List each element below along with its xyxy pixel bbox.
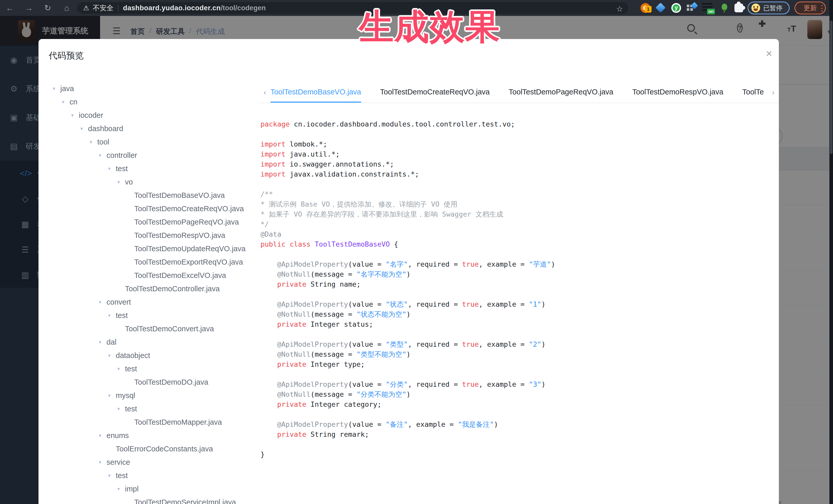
tree-folder[interactable]: ▾dal bbox=[49, 335, 254, 349]
tree-node-label: dal bbox=[106, 338, 117, 346]
tree-folder[interactable]: ▾tool bbox=[49, 135, 254, 149]
caret-down-icon[interactable]: ▾ bbox=[117, 486, 125, 492]
caret-down-icon[interactable]: ▾ bbox=[62, 99, 70, 105]
tree-node-label: ToolTestDemoBaseVO.java bbox=[134, 191, 225, 200]
tree-file[interactable]: ToolTestDemoExportReqVO.java bbox=[49, 255, 254, 269]
extension-plant-icon[interactable] bbox=[720, 3, 729, 13]
tree-folder[interactable]: ▾test bbox=[49, 362, 254, 376]
tree-node-label: ToolTestDemoPageReqVO.java bbox=[134, 218, 239, 226]
back-icon[interactable]: ← bbox=[5, 3, 15, 13]
address-bar[interactable]: ⚠ 不安全 dashboard.yudao.iocoder.cn /tool/c… bbox=[77, 2, 628, 14]
caret-down-icon[interactable]: ▾ bbox=[108, 352, 116, 359]
caret-down-icon[interactable]: ▾ bbox=[71, 112, 79, 118]
code-line: public class ToolTestDemoBaseVO { bbox=[260, 239, 771, 249]
extension-y-icon[interactable]: y bbox=[671, 3, 681, 13]
code-line: /** bbox=[260, 189, 771, 199]
code-view[interactable]: package cn.iocoder.dashboard.modules.too… bbox=[260, 119, 771, 459]
code-line bbox=[260, 249, 771, 259]
tree-folder[interactable]: ▾impl bbox=[49, 482, 254, 496]
browser-nav-buttons: ← → ↻ ⌂ bbox=[5, 0, 72, 16]
caret-down-icon[interactable]: ▾ bbox=[117, 366, 125, 372]
tree-file[interactable]: ToolTestDemoDO.java bbox=[49, 376, 254, 389]
caret-down-icon[interactable]: ▾ bbox=[99, 152, 106, 158]
tree-file[interactable]: ToolTestDemoRespVO.java bbox=[49, 229, 254, 242]
tree-node-label: dataobject bbox=[116, 351, 150, 360]
tree-node-label: enums bbox=[106, 431, 129, 440]
caret-down-icon[interactable]: ▾ bbox=[117, 406, 125, 412]
tree-file[interactable]: ToolTestDemoUpdateReqVO.java bbox=[49, 242, 254, 255]
tree-node-label: vo bbox=[125, 178, 133, 186]
tree-file[interactable]: ToolTestDemoConvert.java bbox=[49, 322, 254, 335]
tree-file[interactable]: ToolErrorCodeConstants.java bbox=[49, 442, 254, 456]
close-icon[interactable]: × bbox=[766, 48, 772, 59]
tree-folder[interactable]: ▾dashboard bbox=[49, 122, 254, 135]
tree-folder[interactable]: ▾test bbox=[49, 162, 254, 175]
caret-down-icon[interactable]: ▾ bbox=[108, 392, 116, 399]
caret-down-icon[interactable]: ▾ bbox=[108, 166, 116, 172]
tree-node-label: ToolTestDemoController.java bbox=[125, 285, 220, 293]
tree-file[interactable]: ToolTestDemoMapper.java bbox=[49, 415, 254, 429]
bookmark-star-icon[interactable]: ☆ bbox=[616, 4, 623, 13]
caret-down-icon[interactable]: ▾ bbox=[90, 139, 97, 145]
tree-folder[interactable]: ▾dataobject bbox=[49, 349, 254, 362]
caret-down-icon[interactable]: ▾ bbox=[99, 432, 106, 438]
tree-folder[interactable]: ▾test bbox=[49, 469, 254, 482]
tabs-scroll-right-icon[interactable]: › bbox=[767, 88, 779, 96]
tree-file[interactable]: ToolTestDemoExcelVO.java bbox=[49, 269, 254, 282]
tree-file[interactable]: ToolTestDemoController.java bbox=[49, 282, 254, 295]
tree-file[interactable]: ToolTestDemoPageReqVO.java bbox=[49, 215, 254, 229]
code-line: @NotNull(message = "类型不能为空") bbox=[260, 349, 771, 359]
tabs-scroll-left-icon[interactable]: ‹ bbox=[259, 88, 270, 96]
caret-down-icon[interactable]: ▾ bbox=[108, 312, 116, 318]
tree-folder[interactable]: ▾enums bbox=[49, 429, 254, 442]
extensions-puzzle-icon[interactable] bbox=[735, 4, 743, 12]
tree-folder[interactable]: ▾convert bbox=[49, 295, 254, 309]
browser-scrollbar[interactable] bbox=[829, 0, 833, 504]
tree-node-label: ToolTestDemoCreateReqVO.java bbox=[134, 205, 244, 213]
code-line bbox=[260, 129, 771, 139]
code-line bbox=[260, 409, 771, 419]
caret-down-icon[interactable]: ▾ bbox=[80, 125, 88, 131]
file-tab[interactable]: ToolTestDemoPageReqVO.java bbox=[509, 82, 613, 103]
browser-menu-icon[interactable]: ⋮ bbox=[818, 4, 826, 13]
tree-folder[interactable]: ▾vo bbox=[49, 175, 254, 189]
file-tab[interactable]: ToolTestDemoCreateReqVO.java bbox=[380, 82, 490, 103]
caret-down-icon[interactable]: ▾ bbox=[108, 473, 116, 479]
tree-node-label: test bbox=[116, 165, 128, 173]
tree-folder[interactable]: ▾mysql bbox=[49, 389, 254, 402]
caret-down-icon[interactable]: ▾ bbox=[99, 339, 106, 345]
extension-list-icon[interactable]: on bbox=[702, 3, 712, 11]
code-line: private Integer status; bbox=[260, 319, 771, 329]
tree-folder[interactable]: ▾test bbox=[49, 402, 254, 415]
home-icon[interactable]: ⌂ bbox=[62, 3, 72, 13]
code-line: @NotNull(message = "状态不能为空") bbox=[260, 309, 771, 319]
file-tab[interactable]: ToolTestDemoBaseVO.java bbox=[270, 82, 361, 103]
caret-down-icon[interactable]: ▾ bbox=[99, 299, 106, 305]
reload-icon[interactable]: ↻ bbox=[43, 3, 53, 13]
extension-grid-icon[interactable] bbox=[687, 5, 693, 11]
tree-folder[interactable]: ▾test bbox=[49, 309, 254, 322]
tree-folder[interactable]: ▾iocoder bbox=[49, 109, 254, 122]
file-tab[interactable]: ToolTestDemoRespVO.java bbox=[632, 82, 723, 103]
caret-down-icon[interactable]: ▾ bbox=[99, 459, 106, 465]
tree-node-label: mysql bbox=[116, 391, 135, 400]
tree-file[interactable]: ToolTestDemoCreateReqVO.java bbox=[49, 202, 254, 215]
browser-profile-button[interactable]: 已暂停 bbox=[747, 2, 790, 15]
tree-file[interactable]: ToolTestDemoServiceImpl.java bbox=[49, 496, 254, 504]
code-line: @ApiModelProperty(value = "备注", example … bbox=[260, 419, 771, 429]
caret-down-icon[interactable]: ▾ bbox=[117, 179, 125, 185]
forward-icon[interactable]: → bbox=[24, 3, 34, 13]
tree-folder[interactable]: ▾cn bbox=[49, 95, 254, 109]
extension-gem-icon[interactable] bbox=[656, 3, 666, 13]
file-tab[interactable]: ToolTe bbox=[742, 82, 764, 103]
tree-folder[interactable]: ▾service bbox=[49, 456, 254, 469]
tree-folder[interactable]: ▾controller bbox=[49, 149, 254, 162]
security-warning-icon[interactable]: ⚠ bbox=[83, 4, 89, 12]
caret-down-icon[interactable]: ▾ bbox=[53, 86, 60, 92]
extension-orange-icon[interactable]: 1 bbox=[641, 3, 650, 13]
tree-node-label: service bbox=[106, 458, 130, 466]
tree-folder[interactable]: ▾java bbox=[49, 82, 254, 95]
file-tabs: ToolTestDemoBaseVO.javaToolTestDemoCreat… bbox=[270, 82, 767, 103]
tree-file[interactable]: ToolTestDemoBaseVO.java bbox=[49, 189, 254, 202]
scrollbar-thumb[interactable] bbox=[830, 21, 832, 154]
